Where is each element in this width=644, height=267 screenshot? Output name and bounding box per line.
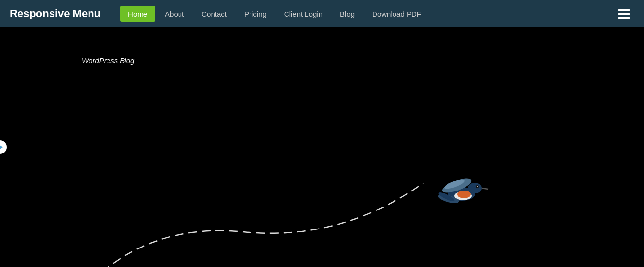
nav-link-client-login[interactable]: Client Login	[276, 6, 330, 22]
navbar: Responsive Menu Home About Contact Prici…	[0, 0, 644, 27]
bird-icon	[430, 164, 493, 217]
hamburger-line-3	[618, 17, 630, 19]
hamburger-menu[interactable]	[614, 5, 634, 22]
hamburger-line-2	[618, 13, 630, 15]
brand-name: Responsive Menu	[10, 7, 101, 20]
hamburger-line-1	[618, 9, 630, 11]
main-content: WordPress Blog	[0, 27, 644, 267]
nav-item-client-login: Client Login	[276, 6, 330, 22]
flight-path-svg	[0, 125, 644, 267]
nav-item-pricing: Pricing	[236, 6, 274, 22]
nav-item-blog: Blog	[332, 6, 362, 22]
nav-item-home: Home	[120, 6, 155, 22]
nav-menu: Home About Contact Pricing Client Login …	[120, 6, 614, 22]
nav-item-download-pdf: Download PDF	[364, 6, 429, 22]
svg-point-6	[477, 186, 478, 187]
svg-point-5	[476, 185, 479, 188]
wordpress-blog-link[interactable]: WordPress Blog	[82, 57, 134, 65]
nav-item-contact: Contact	[194, 6, 234, 22]
svg-point-2	[457, 191, 471, 198]
nav-item-about: About	[157, 6, 192, 22]
svg-line-4	[482, 188, 488, 189]
bird-animation-area	[0, 125, 644, 267]
svg-point-3	[468, 183, 482, 193]
nav-link-download-pdf[interactable]: Download PDF	[364, 6, 429, 22]
nav-link-contact[interactable]: Contact	[194, 6, 234, 22]
nav-link-blog[interactable]: Blog	[332, 6, 362, 22]
nav-link-pricing[interactable]: Pricing	[236, 6, 274, 22]
nav-link-about[interactable]: About	[157, 6, 192, 22]
nav-link-home[interactable]: Home	[120, 6, 155, 22]
